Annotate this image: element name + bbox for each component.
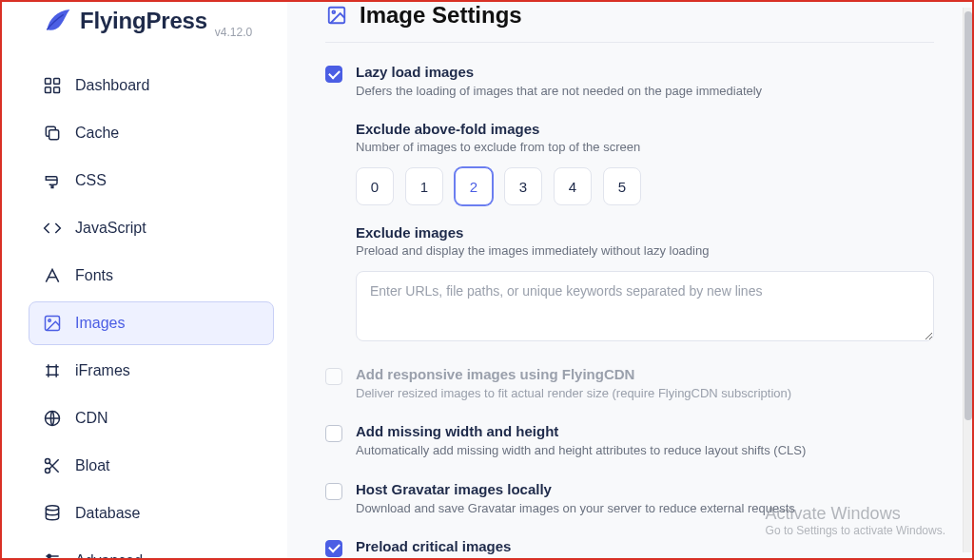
responsive-cdn-checkbox xyxy=(325,368,342,385)
svg-point-8 xyxy=(46,459,50,464)
above-fold-desc: Number of images to exclude from top of … xyxy=(356,140,934,154)
svg-rect-0 xyxy=(46,79,51,85)
sidebar-item-images[interactable]: Images xyxy=(29,301,274,345)
sidebar: FlyingPress v4.12.0 DashboardCacheCSSJav… xyxy=(2,2,287,558)
sidebar-item-label: JavaScript xyxy=(75,220,146,237)
sidebar-item-cdn[interactable]: CDN xyxy=(29,396,274,440)
page-title: Image Settings xyxy=(360,2,522,29)
setting-responsive-cdn: Add responsive images using FlyingCDN De… xyxy=(325,366,934,402)
sidebar-item-cache[interactable]: Cache xyxy=(29,111,274,155)
svg-rect-1 xyxy=(54,79,60,85)
sidebar-item-iframes[interactable]: iFrames xyxy=(29,349,274,393)
database-icon xyxy=(43,504,62,523)
above-fold-option-0[interactable]: 0 xyxy=(356,167,394,205)
sidebar-item-advanced[interactable]: Advanced xyxy=(29,539,274,558)
svg-rect-3 xyxy=(54,87,60,93)
main-content: Image Settings Lazy load images Defers t… xyxy=(287,2,972,558)
setting-gravatar: Host Gravatar images locally Download an… xyxy=(325,481,934,517)
sidebar-item-label: Cache xyxy=(75,125,119,142)
scrollbar-thumb[interactable] xyxy=(964,11,972,420)
exclude-images-block: Exclude images Preload and display the i… xyxy=(356,224,934,345)
code-icon xyxy=(43,219,62,238)
exclude-images-textarea[interactable] xyxy=(356,271,934,341)
svg-rect-2 xyxy=(46,87,51,93)
scrollbar[interactable] xyxy=(963,8,972,552)
image-icon xyxy=(325,4,348,27)
gravatar-desc: Download and save Gravatar images on you… xyxy=(356,500,934,517)
above-fold-option-1[interactable]: 1 xyxy=(405,167,443,205)
exclude-images-desc: Preload and display the images immediate… xyxy=(356,243,934,258)
font-icon xyxy=(43,266,62,285)
above-fold-option-5[interactable]: 5 xyxy=(603,167,641,205)
missing-wh-title: Add missing width and height xyxy=(356,423,934,439)
image-icon xyxy=(43,314,62,333)
above-fold-options: 012345 xyxy=(356,167,934,205)
svg-point-10 xyxy=(46,506,58,511)
frame-icon xyxy=(43,361,62,380)
exclude-images-title: Exclude images xyxy=(356,224,934,241)
copy-icon xyxy=(43,124,62,143)
lazy-load-checkbox[interactable] xyxy=(325,66,342,83)
preload-critical-title: Preload critical images xyxy=(356,538,934,554)
sidebar-item-label: CDN xyxy=(75,410,108,427)
setting-lazy-load: Lazy load images Defers the loading of i… xyxy=(325,64,934,100)
above-fold-title: Exclude above-fold images xyxy=(356,121,934,137)
sidebar-item-label: Images xyxy=(75,315,125,332)
sidebar-item-dashboard[interactable]: Dashboard xyxy=(29,64,274,107)
sidebar-item-label: iFrames xyxy=(75,362,130,379)
sidebar-item-label: Advanced xyxy=(75,552,143,558)
svg-point-11 xyxy=(48,554,50,557)
scissors-icon xyxy=(43,456,62,475)
responsive-cdn-desc: Deliver resized images to fit actual ren… xyxy=(356,385,934,402)
svg-point-15 xyxy=(332,10,335,13)
setting-preload-critical: Preload critical images Preload images n… xyxy=(325,538,934,558)
svg-point-9 xyxy=(46,469,50,473)
sidebar-item-label: Database xyxy=(75,505,141,522)
sidebar-item-label: Dashboard xyxy=(75,77,149,94)
page-header: Image Settings xyxy=(325,2,934,43)
gravatar-checkbox[interactable] xyxy=(325,483,342,500)
flyingpress-logo-icon xyxy=(42,6,72,36)
lazy-load-desc: Defers the loading of images that are no… xyxy=(356,83,934,100)
sidebar-item-label: Bloat xyxy=(75,457,109,474)
brand-version: v4.12.0 xyxy=(215,26,252,39)
preload-critical-desc: Preload images needed for the initial re… xyxy=(356,557,934,558)
paint-icon xyxy=(43,171,62,190)
svg-point-6 xyxy=(49,319,51,322)
gravatar-title: Host Gravatar images locally xyxy=(356,481,934,497)
sidebar-item-label: CSS xyxy=(75,172,107,189)
nav: DashboardCacheCSSJavaScriptFontsImagesiF… xyxy=(29,64,274,558)
above-fold-block: Exclude above-fold images Number of imag… xyxy=(356,121,934,205)
above-fold-option-2[interactable]: 2 xyxy=(455,167,493,205)
lazy-load-title: Lazy load images xyxy=(356,64,934,80)
above-fold-option-4[interactable]: 4 xyxy=(554,167,592,205)
sidebar-item-javascript[interactable]: JavaScript xyxy=(29,206,274,250)
brand-name: FlyingPress xyxy=(80,8,207,34)
setting-missing-wh: Add missing width and height Automatical… xyxy=(325,423,934,459)
responsive-cdn-title: Add responsive images using FlyingCDN xyxy=(356,366,934,382)
svg-rect-4 xyxy=(49,130,59,140)
sidebar-item-bloat[interactable]: Bloat xyxy=(29,444,274,488)
missing-wh-desc: Automatically add missing width and heig… xyxy=(356,442,934,459)
brand: FlyingPress v4.12.0 xyxy=(29,2,274,64)
brand-logo: FlyingPress xyxy=(42,6,207,36)
sidebar-item-fonts[interactable]: Fonts xyxy=(29,254,274,298)
missing-wh-checkbox[interactable] xyxy=(325,425,342,442)
above-fold-option-3[interactable]: 3 xyxy=(504,167,542,205)
sliders-icon xyxy=(43,551,62,558)
sidebar-item-label: Fonts xyxy=(75,267,113,284)
sidebar-item-css[interactable]: CSS xyxy=(29,159,274,203)
globe-icon xyxy=(43,409,62,428)
sidebar-item-database[interactable]: Database xyxy=(29,492,274,535)
preload-critical-checkbox[interactable] xyxy=(325,540,342,557)
grid-icon xyxy=(43,76,62,95)
